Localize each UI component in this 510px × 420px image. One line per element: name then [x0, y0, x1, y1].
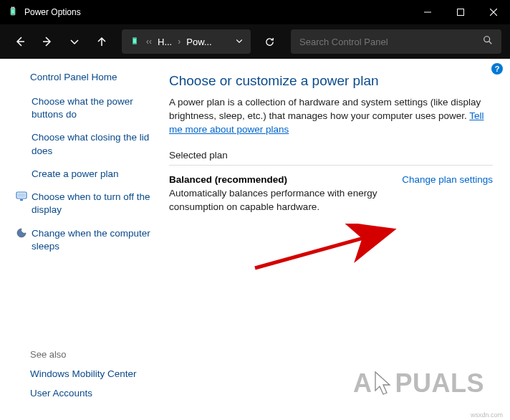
window-title: Power Options	[24, 7, 81, 17]
address-dropdown-icon[interactable]	[235, 37, 244, 47]
search-bar[interactable]	[291, 29, 501, 54]
up-button[interactable]	[90, 30, 113, 53]
sidebar-link-computer-sleeps[interactable]: Change when the computer sleeps	[16, 227, 156, 253]
sidebar-link-label: Create a power plan	[32, 168, 156, 181]
refresh-button[interactable]	[258, 30, 281, 53]
see-also-label: See also	[16, 349, 156, 360]
content: Control Panel Home Choose what the power…	[0, 59, 510, 420]
svg-rect-9	[133, 39, 136, 43]
see-also-user-accounts[interactable]: User Accounts	[16, 388, 156, 398]
titlebar-left: Power Options	[7, 6, 81, 18]
sidebar-link-label: Change when the computer sleeps	[32, 227, 156, 253]
source-text: wsxdn.com	[471, 411, 503, 419]
minimize-button[interactable]	[411, 0, 444, 24]
blank-icon	[16, 131, 27, 143]
plan-name: Balanced (recommended)	[169, 174, 388, 185]
sidebar: Control Panel Home Choose what the power…	[0, 59, 159, 420]
power-options-icon	[7, 6, 19, 18]
svg-rect-14	[20, 199, 23, 201]
see-also-mobility-center[interactable]: Windows Mobility Center	[16, 368, 156, 379]
breadcrumb-2[interactable]: Pow...	[186, 37, 211, 47]
search-icon	[483, 35, 493, 48]
svg-rect-1	[11, 7, 13, 9]
svg-point-10	[484, 37, 490, 42]
page-description: A power plan is a collection of hardware…	[169, 96, 493, 137]
section-divider	[169, 165, 493, 166]
close-button[interactable]	[477, 0, 510, 24]
recent-dropdown[interactable]	[63, 30, 86, 53]
plan-description: Automatically balances performance with …	[169, 187, 388, 214]
navbar: ‹‹ H... › Pow...	[0, 24, 510, 59]
svg-rect-13	[18, 194, 26, 198]
titlebar: Power Options	[0, 0, 510, 24]
sidebar-link-label: Choose what closing the lid does	[32, 131, 156, 157]
sidebar-link-power-buttons[interactable]: Choose what the power buttons do	[16, 95, 156, 121]
selected-plan-label: Selected plan	[169, 150, 493, 161]
sidebar-link-closing-lid[interactable]: Choose what closing the lid does	[16, 131, 156, 157]
plan-row: Balanced (recommended) Automatically bal…	[169, 174, 493, 214]
back-button[interactable]	[9, 30, 32, 53]
svg-rect-5	[458, 9, 464, 16]
sidebar-link-label: Choose what the power buttons do	[32, 95, 156, 121]
svg-rect-3	[11, 9, 14, 14]
sidebar-link-label: Choose when to turn off the display	[32, 191, 156, 216]
desc-text: A power plan is a collection of hardware…	[169, 97, 481, 121]
control-panel-home-link[interactable]: Control Panel Home	[16, 72, 156, 82]
svg-line-11	[489, 42, 492, 44]
window-controls	[411, 0, 510, 24]
crumb-chevron-1: ‹‹	[146, 37, 152, 47]
breadcrumb-1[interactable]: H...	[158, 37, 172, 47]
monitor-icon	[16, 191, 27, 202]
maximize-button[interactable]	[444, 0, 477, 24]
main-panel: ? Choose or customize a power plan A pow…	[159, 59, 510, 420]
sidebar-link-create-plan[interactable]: Create a power plan	[16, 168, 156, 181]
blank-icon	[16, 95, 27, 107]
crumb-chevron-2: ›	[178, 37, 181, 47]
page-heading: Choose or customize a power plan	[169, 73, 493, 89]
sidebar-link-turn-off-display[interactable]: Choose when to turn off the display	[16, 191, 156, 216]
help-icon[interactable]: ?	[491, 63, 503, 75]
power-icon	[129, 36, 140, 47]
search-input[interactable]	[299, 37, 483, 47]
svg-rect-2	[14, 7, 15, 9]
blank-icon	[16, 168, 27, 179]
change-plan-settings-link[interactable]: Change plan settings	[402, 174, 493, 185]
address-bar[interactable]: ‹‹ H... › Pow...	[122, 29, 251, 54]
forward-button[interactable]	[36, 30, 59, 53]
moon-icon	[16, 227, 27, 239]
plan-info: Balanced (recommended) Automatically bal…	[169, 174, 388, 214]
